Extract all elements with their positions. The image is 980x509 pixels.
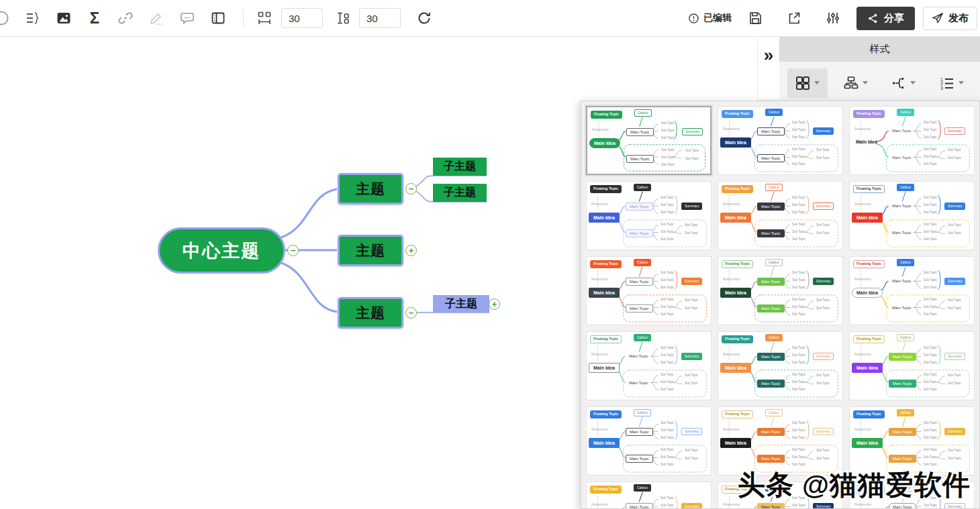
template-card-3[interactable]: Floating Topic Relationship Main Idea Ca… [849, 106, 975, 175]
template-card-8[interactable]: Floating Topic Relationship Main Idea Ca… [718, 256, 843, 325]
sub-topic-label: Sub Topic [924, 437, 937, 440]
summary-node: Summary [944, 278, 965, 285]
outline-list-icon[interactable] [17, 4, 48, 32]
pencil-draw-icon[interactable] [141, 4, 172, 32]
topic-node-3[interactable]: 主题 [338, 297, 403, 329]
callout-node: Callout [897, 109, 914, 116]
main-topic-node: Main Topic [757, 203, 785, 211]
layout-icon[interactable] [203, 4, 234, 32]
branch-style-dropdown[interactable] [883, 68, 924, 98]
topic-node-2[interactable]: 主题 [338, 235, 403, 266]
template-card-13[interactable]: Floating Topic Relationship Main Idea Ca… [586, 406, 712, 475]
horizontal-spacing-input[interactable] [281, 8, 323, 28]
floating-topic-node: Floating Topic [722, 260, 753, 268]
comment-icon[interactable] [172, 4, 203, 32]
template-card-12[interactable]: Floating Topic Relationship Main Idea Ca… [849, 331, 975, 400]
main-topic-node: Main Topic [626, 128, 654, 136]
sub-topic-label: Sub Topic [816, 449, 830, 453]
sub-topic-label: Sub Topic [661, 164, 675, 167]
summary-node: Summary [681, 428, 702, 435]
sub-topic-label: Sub Topic [924, 374, 937, 377]
relationship-label: Relationship [723, 428, 740, 431]
expand-badge-topic2[interactable]: + [405, 245, 417, 256]
publish-button[interactable]: 发布 [923, 7, 977, 30]
template-card-2[interactable]: Floating Topic Relationship Main Idea Ca… [718, 106, 843, 175]
svg-text:3: 3 [940, 85, 943, 90]
relationship-label: Relationship [592, 128, 609, 131]
topic-node-1[interactable]: 主题 [338, 173, 403, 205]
theme-gallery-dropdown[interactable] [787, 68, 828, 98]
horizontal-spacing-icon [253, 4, 276, 32]
save-icon[interactable] [740, 4, 771, 32]
summary-node: Summary [682, 128, 703, 135]
style-panel: 样式 123 [779, 37, 980, 104]
collapse-badge-central[interactable]: − [287, 245, 299, 256]
main-idea-node: Main Idea [589, 363, 620, 373]
subtopic-node-3-selected[interactable]: 子主题 [433, 295, 489, 313]
template-card-15[interactable]: Floating Topic Relationship Main Idea Ca… [849, 406, 975, 475]
template-card-11[interactable]: Floating Topic Relationship Main Idea Ca… [718, 331, 843, 400]
sub-topic-label: Sub Topic [660, 204, 674, 207]
collapse-badge-topic3[interactable]: − [405, 307, 417, 319]
central-topic-node[interactable]: 中心主题 [158, 227, 285, 274]
template-card-16[interactable]: Floating Topic Relationship Main Idea Ca… [586, 482, 712, 509]
refresh-icon[interactable] [409, 4, 440, 32]
sub-topic-label: Sub Topic [924, 196, 937, 200]
share-button[interactable]: 分享 [856, 7, 915, 30]
sub-topic-label: Sub Topic [924, 504, 937, 508]
sub-topic-label: Sub Topic [685, 158, 699, 161]
template-card-10[interactable]: Floating Topic Relationship Main Idea Ca… [586, 331, 712, 400]
sub-topic-label: Sub Topic [924, 388, 937, 392]
sub-topic-label: Sub Topic [685, 232, 698, 235]
settings-sliders-icon[interactable] [818, 4, 848, 32]
main-topic-node: Main Topic [626, 503, 653, 509]
expand-badge-subtopic3[interactable]: + [489, 298, 500, 310]
image-icon[interactable] [48, 4, 79, 32]
link-icon[interactable] [110, 4, 141, 32]
sub-topic-label: Sub Topic [661, 122, 675, 125]
sigma-glyph: Σ [90, 10, 99, 26]
export-icon[interactable] [779, 4, 810, 32]
subtopic-node-2[interactable]: 子主题 [433, 184, 487, 202]
numbering-dropdown[interactable]: 123 [932, 68, 972, 98]
summary-node: Summary [813, 203, 834, 210]
shape-arc-icon[interactable] [0, 4, 13, 32]
template-card-9[interactable]: Floating Topic Relationship Main Idea Ca… [849, 256, 975, 325]
template-card-14[interactable]: Floating Topic Relationship Main Idea Ca… [718, 406, 843, 475]
subtopic-node-1[interactable]: 子主题 [433, 158, 487, 176]
template-card-1[interactable]: Floating Topic Relationship Main Idea Ca… [586, 106, 712, 175]
sub-topic-label: Sub Topic [924, 279, 937, 282]
summary-node: Summary [681, 353, 702, 360]
floating-topic-node: Floating Topic [853, 335, 885, 343]
sub-topic-label: Sub Topic [816, 157, 830, 160]
sub-topic-label: Sub Topic [924, 286, 937, 290]
main-idea-node: Main Idea [852, 363, 883, 373]
template-card-5[interactable]: Floating Topic Relationship Main Idea Ca… [718, 181, 843, 250]
sub-topic-label: Sub Topic [660, 306, 674, 309]
sub-topic-label: Sub Topic [660, 449, 674, 452]
template-card-7[interactable]: Floating Topic Relationship Main Idea Ca… [586, 256, 712, 325]
template-card-4[interactable]: Floating Topic Relationship Main Idea Ca… [586, 181, 712, 250]
main-idea-node: Main Idea [589, 213, 620, 223]
sub-topic-label: Sub Topic [924, 422, 937, 425]
sub-topic-label: Sub Topic [792, 286, 805, 290]
main-topic-node: Main Topic [889, 503, 916, 509]
sum-formula-icon[interactable]: Σ [79, 4, 110, 32]
vertical-spacing-input[interactable] [359, 8, 401, 28]
template-card-6[interactable]: Floating Topic Relationship Main Idea Ca… [849, 181, 975, 250]
layout-structure-dropdown[interactable] [836, 68, 876, 98]
collapse-badge-topic1[interactable]: − [405, 183, 417, 194]
collapse-panel-button[interactable]: » [758, 37, 779, 100]
relationship-label: Relationship [854, 278, 871, 281]
chevron-down-icon [959, 81, 964, 84]
floating-topic-node: Floating Topic [590, 335, 622, 343]
main-idea-node: Main Idea [852, 288, 883, 298]
sub-topic-label: Sub Topic [660, 437, 674, 440]
sub-topic-label: Sub Topic [948, 232, 961, 235]
sub-topic-label: Sub Topic [792, 422, 805, 425]
sub-topic-label: Sub Topic [792, 504, 805, 508]
main-topic-node: Main Topic [757, 154, 785, 162]
summary-node: Summary [944, 503, 965, 509]
sub-topic-label: Sub Topic [660, 374, 674, 377]
sub-topic-label: Sub Topic [792, 121, 805, 125]
